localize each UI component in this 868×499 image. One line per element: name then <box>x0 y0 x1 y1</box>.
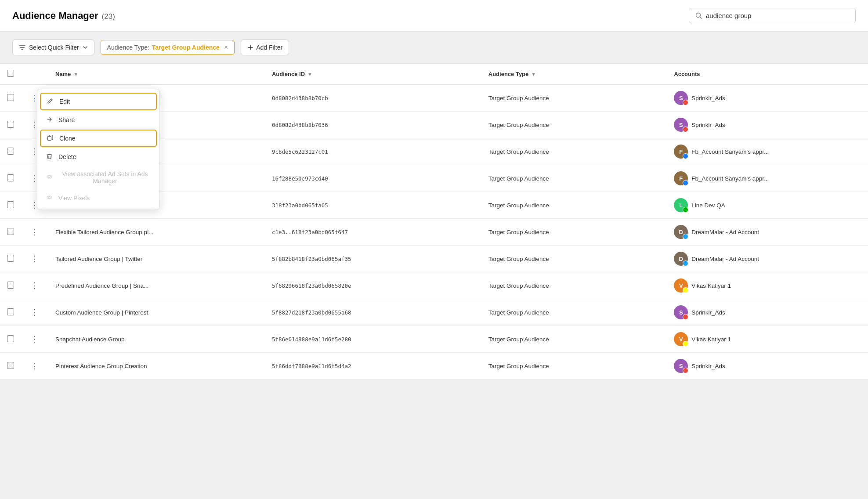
row-checkbox-cell <box>0 112 21 138</box>
row-name: Custom Audience Group | Pinterest <box>55 309 148 316</box>
header: Audience Manager (23) audience group <box>0 0 868 32</box>
audience-type-column-header[interactable]: Audience Type ▼ <box>481 64 667 85</box>
row-checkbox-cell <box>0 165 21 192</box>
select-all-checkbox[interactable] <box>7 70 14 77</box>
row-menu-cell: ⋮ <box>21 272 48 299</box>
table-row: ⋮Flexible Tailored Audience Group pl...c… <box>0 219 868 246</box>
row-name-cell: Custom Audience Group | Pinterest <box>48 299 265 326</box>
row-accounts-cell: DDreamMalar - Ad Account <box>667 246 868 272</box>
svg-rect-2 <box>47 137 51 141</box>
context-menu-item-clone[interactable]: Clone <box>40 130 157 147</box>
row-type-cell: Target Group Audience <box>481 192 667 219</box>
filter-icon <box>19 44 25 51</box>
row-audience-type: Target Group Audience <box>488 148 549 155</box>
row-id-cell: 318f23a0bd065fa05 <box>265 192 481 219</box>
row-menu-dots[interactable]: ⋮ <box>28 334 41 344</box>
account-cell: SSprinklr_Ads <box>674 305 861 319</box>
account-name: Sprinklr_Ads <box>691 95 725 101</box>
svg-point-4 <box>48 176 50 178</box>
row-checkbox[interactable] <box>7 362 14 369</box>
context-menu-item-delete[interactable]: Delete <box>37 148 159 166</box>
context-menu-item-share[interactable]: Share <box>37 111 159 129</box>
row-type-cell: Target Group Audience <box>481 138 667 165</box>
avatar-badge <box>683 341 688 347</box>
avatar-badge <box>683 368 688 373</box>
row-id-cell: 9c8de5c6223127c01 <box>265 138 481 165</box>
row-name-cell: Snapchat Audience Group <box>48 326 265 353</box>
share-label: Share <box>58 116 75 123</box>
avatar: F <box>674 145 688 159</box>
filter-bar: Select Quick Filter Audience Type: Targe… <box>0 32 868 63</box>
filter-chip-close[interactable]: × <box>224 44 228 51</box>
avatar: F <box>674 171 688 185</box>
row-checkbox[interactable] <box>7 174 14 181</box>
row-menu-dots[interactable]: ⋮ <box>28 253 41 264</box>
avatar-badge <box>683 314 688 320</box>
row-menu-dots[interactable]: ⋮ <box>28 227 41 237</box>
row-checkbox[interactable] <box>7 335 14 342</box>
row-type-cell: Target Group Audience <box>481 326 667 353</box>
audience-id-column-header[interactable]: Audience ID ▼ <box>265 64 481 85</box>
page-wrapper: Audience Manager (23) audience group Sel… <box>0 0 868 499</box>
row-checkbox[interactable] <box>7 94 14 101</box>
type-sort-icon: ▼ <box>531 72 536 77</box>
row-id-cell: 0d8082d438b8b7036 <box>265 112 481 138</box>
row-name: Snapchat Audience Group <box>55 336 125 343</box>
row-menu-dots[interactable]: ⋮ <box>28 361 41 371</box>
row-audience-id: 16f288e50e973cd40 <box>272 175 328 182</box>
filter-chip: Audience Type: Target Group Audience × <box>101 40 235 55</box>
row-type-cell: Target Group Audience <box>481 272 667 299</box>
row-audience-type: Target Group Audience <box>488 336 549 343</box>
avatar-badge <box>683 100 688 105</box>
row-type-cell: Target Group Audience <box>481 246 667 272</box>
account-name: Fb_Account Sanyam's appr... <box>691 148 769 155</box>
avatar-badge <box>683 260 688 266</box>
row-checkbox[interactable] <box>7 121 14 128</box>
name-column-header[interactable]: Name ▼ <box>48 64 265 85</box>
account-cell: FFb_Account Sanyam's appr... <box>674 171 861 185</box>
add-filter-button[interactable]: Add Filter <box>241 40 289 55</box>
row-checkbox[interactable] <box>7 308 14 315</box>
row-checkbox[interactable] <box>7 148 14 155</box>
quick-filter-button[interactable]: Select Quick Filter <box>12 40 94 55</box>
audience-table: Name ▼ Audience ID ▼ Audience Type <box>0 64 868 380</box>
account-cell: SSprinklr_Ads <box>674 118 861 132</box>
row-accounts-cell: VVikas Katiyar 1 <box>667 326 868 353</box>
avatar: V <box>674 332 688 346</box>
row-checkbox[interactable] <box>7 201 14 208</box>
account-cell: LLine Dev QA <box>674 198 861 212</box>
row-checkbox[interactable] <box>7 282 14 289</box>
row-audience-type: Target Group Audience <box>488 309 549 316</box>
context-menu-item-edit[interactable]: Edit <box>40 93 157 110</box>
row-checkbox[interactable] <box>7 228 14 235</box>
row-checkbox[interactable] <box>7 255 14 262</box>
chevron-down-icon <box>83 45 88 50</box>
avatar: S <box>674 91 688 105</box>
row-menu-cell: ⋮EditShareCloneDeleteView associated Ad … <box>21 85 48 112</box>
id-sort-icon: ▼ <box>307 72 312 77</box>
view_ad_sets-label: View associated Ad Sets in Ads Manager <box>58 170 152 184</box>
avatar-badge <box>683 287 688 293</box>
search-input[interactable]: audience group <box>706 12 849 19</box>
row-name: Flexible Tailored Audience Group pl... <box>55 229 153 235</box>
quick-filter-label: Select Quick Filter <box>29 44 79 51</box>
svg-point-6 <box>48 197 50 199</box>
type-col-label: Audience Type <box>488 71 529 77</box>
view_pixels-icon <box>45 194 53 202</box>
row-name: Predefined Audience Group | Sna... <box>55 282 148 289</box>
row-audience-id: 0d8082d438b8b7036 <box>272 122 328 128</box>
row-menu-dots[interactable]: ⋮ <box>28 307 41 318</box>
row-checkbox-cell <box>0 219 21 246</box>
row-menu-dots[interactable]: ⋮ <box>28 280 41 291</box>
row-name-cell: Predefined Audience Group | Sna... <box>48 272 265 299</box>
row-audience-id: 9c8de5c6223127c01 <box>272 148 328 155</box>
view_pixels-label: View Pixels <box>58 195 90 202</box>
avatar: S <box>674 118 688 132</box>
row-audience-id: 5f86ddf7888e9a11d6f5d4a2 <box>272 363 351 369</box>
row-audience-type: Target Group Audience <box>488 95 549 101</box>
table-row: ⋮Pinterest Audience Group Creation5f86dd… <box>0 353 868 380</box>
clone-icon <box>46 134 54 142</box>
row-audience-id: 0d8082d438b8b70cb <box>272 95 328 101</box>
row-accounts-cell: SSprinklr_Ads <box>667 85 868 112</box>
avatar-badge <box>683 180 688 186</box>
